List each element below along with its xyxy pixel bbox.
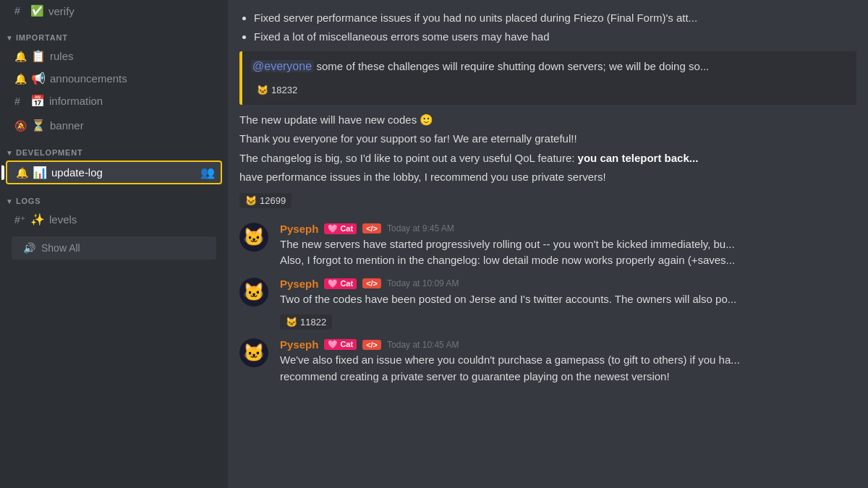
bold-text: you can teleport back... [578,152,699,164]
channel-item-announcements[interactable]: 🔔 📢 announcements [6,68,222,89]
channel-emoji: 📢 [31,72,46,85]
channel-name: announcements [50,72,216,85]
cat-badge-2: 🩷 Cat [324,278,357,289]
category-logs[interactable]: ▼ LOGS [0,185,228,208]
dev-badge-2: </> [362,278,381,288]
mention-tag: @everyone [251,60,313,72]
chevron-down-icon: ▼ [6,34,13,42]
channel-name: banner [50,119,216,132]
show-all-button[interactable]: 🔊 Show All [12,236,216,260]
chat-area: Fixed server performance issues if you h… [228,0,868,488]
channel-emoji: 📋 [31,49,46,63]
hash-icon: # [14,5,26,17]
message-content-2: Pyseph 🩷 Cat </> Today at 10:09 AM Two o… [280,278,856,330]
bullet-item-1: Fixed server performance issues if you h… [254,9,856,27]
show-all-label: Show All [41,242,80,254]
avatar-2: 🐱 [239,278,268,307]
channel-emoji: 📅 [30,94,45,108]
reaction-button-3[interactable]: 🐱 11822 [280,314,332,330]
sidebar: # ✅ verify ▼ IMPORTANT 🔔 📋 rules 🔔 📢 ann… [0,0,228,488]
message-group-2: 🐱 Pyseph 🩷 Cat </> Today at 10:09 AM Two… [228,272,868,333]
channel-item-information[interactable]: # 📅 information [6,90,222,111]
reaction-button-2[interactable]: 🐱 12699 [239,193,292,208]
msg-line-2: Thank you everyone for your support so f… [239,131,856,147]
msg-line-1: The new update will have new codes 🙂 [239,112,856,129]
announcement-icon: 🔕 [14,120,27,132]
hash-special-icon: #⁺ [14,214,26,226]
msg-text-3b: recommend creating a private server to g… [280,369,856,385]
announcement-icon: 🔔 [14,73,27,85]
reaction-button[interactable]: 🐱 18232 [251,82,303,98]
category-important[interactable]: ▼ IMPORTANT [0,22,228,45]
verify-check-icon: ✅ [30,4,44,17]
add-member-icon[interactable]: 👥 [200,166,215,179]
msg-text-1b: Also, I forgot to mention in the changel… [280,252,856,269]
message-header-1: Pyseph 🩷 Cat </> Today at 9:45 AM [280,223,856,235]
speaker-icon: 🔊 [23,242,35,254]
mention-message: some of these challenges will require sh… [317,60,710,72]
cat-badge-1: 🩷 Cat [324,223,357,234]
channel-emoji: 📊 [33,166,47,179]
announcement-icon: 🔔 [16,167,28,179]
channel-name: rules [50,50,216,62]
timestamp-2: Today at 10:09 AM [387,278,459,288]
message-content-1: Pyseph 🩷 Cat </> Today at 9:45 AM The ne… [280,223,856,269]
reaction-emoji-2: 🐱 [245,195,257,206]
channel-name: levels [49,213,216,226]
channel-item-banner[interactable]: 🔕 ⏳ banner [6,115,222,136]
channel-name: verify [48,5,216,17]
msg-text-2a: Two of the codes have been posted on Jer… [280,291,856,308]
reaction-count-3: 11822 [300,317,326,328]
bullet-item-2: Fixed a lot of miscellaneous errors some… [254,27,856,46]
timestamp-3: Today at 10:45 AM [387,340,459,350]
timestamp-1: Today at 9:45 AM [387,223,454,234]
continuation-block: The new update will have new codes 🙂 Tha… [239,112,856,208]
category-label: IMPORTANT [16,33,68,42]
msg-text-1a: The new servers have started progressive… [280,236,856,253]
channel-emoji: ⏳ [31,119,46,132]
username-2: Pyseph [280,278,318,290]
cat-badge-3: 🩷 Cat [324,339,357,350]
username-3: Pyseph [280,338,318,351]
reaction-count-2: 12699 [260,195,286,206]
message-group-1: 🐱 Pyseph 🩷 Cat </> Today at 9:45 AM The … [228,217,868,272]
channel-emoji: ✨ [30,213,45,226]
category-label: LOGS [16,197,41,205]
dev-badge-3: </> [362,340,381,350]
chevron-down-icon: ▼ [6,149,13,157]
message-group-3: 🐱 Pyseph 🩷 Cat </> Today at 10:45 AM We'… [228,333,868,388]
channel-item-rules[interactable]: 🔔 📋 rules [6,46,222,67]
announcement-icon: 🔔 [14,51,27,62]
username-1: Pyseph [280,223,318,235]
bullet-list: Fixed server performance issues if you h… [239,9,856,46]
msg-line-3: The changelog is big, so I'd like to poi… [239,150,856,167]
category-development[interactable]: ▼ DEVELOPMENT [0,137,228,160]
channel-name: information [49,95,216,107]
category-label: DEVELOPMENT [16,148,83,157]
reaction-emoji-3: 🐱 [286,317,297,328]
reaction-count: 18232 [271,85,297,95]
message-content-3: Pyseph 🩷 Cat </> Today at 10:45 AM We've… [280,338,856,385]
msg-text-3a: We've also fixed an issue where you coul… [280,352,856,369]
mention-block: @everyone some of these challenges will … [239,51,856,105]
dev-badge-1: </> [362,223,381,234]
channel-name: update-log [51,166,196,179]
channel-item-levels[interactable]: #⁺ ✨ levels [6,209,222,230]
system-messages-block: Fixed server performance issues if you h… [228,0,868,217]
message-header-2: Pyseph 🩷 Cat </> Today at 10:09 AM [280,278,856,290]
chevron-down-icon: ▼ [6,197,13,205]
reaction-emoji: 🐱 [257,85,268,95]
message-header-3: Pyseph 🩷 Cat </> Today at 10:45 AM [280,338,856,351]
channel-item-update-log[interactable]: 🔔 📊 update-log 👥 [6,160,222,184]
hash-icon: # [14,95,26,107]
avatar-1: 🐱 [239,223,268,252]
avatar-3: 🐱 [239,338,268,367]
msg-line-4: have performance issues in the lobby, I … [239,169,856,186]
channel-item-verify[interactable]: # ✅ verify [6,1,222,21]
